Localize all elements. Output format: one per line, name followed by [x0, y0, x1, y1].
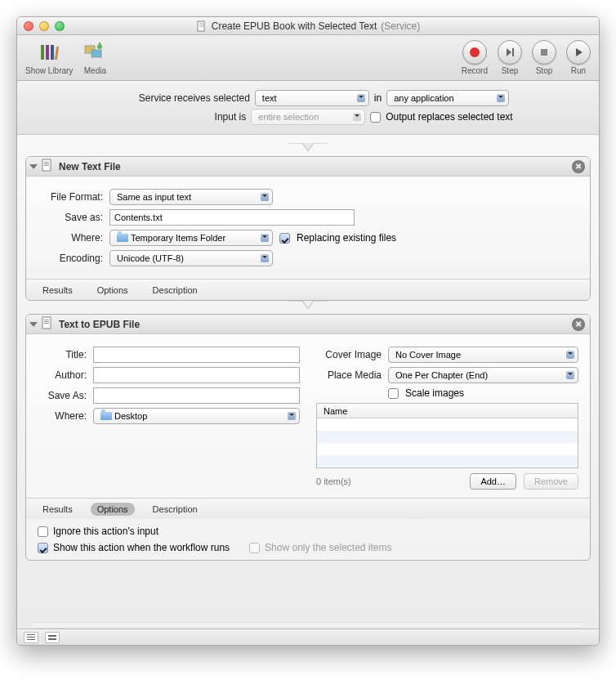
remove-action-button[interactable]: ✕ — [572, 160, 585, 173]
svg-rect-0 — [198, 21, 204, 31]
action1-header: New Text File ✕ — [26, 157, 590, 177]
scale-images-checkbox[interactable] — [388, 388, 399, 399]
record-button[interactable]: Record — [462, 40, 488, 75]
encoding-label: Encoding: — [38, 253, 103, 264]
svg-rect-11 — [99, 42, 100, 47]
service-config: Service receives selected text in any ap… — [17, 81, 599, 135]
show-only-selected-checkbox — [249, 543, 260, 553]
folder-icon — [117, 234, 128, 242]
text-action-icon — [41, 159, 54, 174]
stop-button[interactable]: Stop — [532, 40, 556, 75]
svg-rect-5 — [46, 45, 49, 60]
disclosure-icon[interactable] — [29, 164, 38, 169]
statusbar — [17, 629, 599, 645]
step-label: Step — [502, 66, 519, 75]
step-button[interactable]: Step — [498, 40, 522, 75]
action-text-to-epub: Text to EPUB File ✕ Title: Author: — [25, 314, 591, 561]
in-popup[interactable]: any application — [386, 90, 509, 106]
tab-results[interactable]: Results — [36, 503, 79, 516]
tab-description[interactable]: Description — [146, 284, 204, 297]
toolbar-left: Show Library Media — [25, 40, 107, 75]
svg-rect-7 — [55, 47, 59, 60]
save-as-label: Save As: — [38, 390, 87, 401]
minimize-window-button[interactable] — [39, 21, 49, 31]
svg-rect-9 — [92, 50, 101, 57]
traffic-lights — [24, 21, 65, 31]
show-library-label: Show Library — [25, 66, 73, 75]
connector-notch — [25, 143, 591, 156]
automator-window: Create EPUB Book with Selected Text (Ser… — [16, 16, 600, 646]
run-button[interactable]: Run — [566, 40, 591, 75]
file-format-label: File Format: — [38, 191, 103, 203]
action1-tabs: Results Options Description — [26, 279, 590, 300]
stop-icon — [532, 40, 556, 65]
window-title-text: Create EPUB Book with Selected Text — [212, 20, 377, 32]
show-when-runs-checkbox[interactable] — [38, 543, 48, 553]
media-table[interactable]: Name — [316, 403, 578, 468]
library-icon — [37, 40, 61, 65]
ignore-input-label: Ignore this action's input — [53, 526, 158, 537]
add-button[interactable]: Add… — [470, 473, 516, 490]
remove-action-button[interactable]: ✕ — [572, 318, 585, 331]
where-popup[interactable]: Desktop — [93, 408, 300, 424]
place-media-popup[interactable]: One Per Chapter (End) — [388, 367, 578, 383]
action-new-text-file: New Text File ✕ File Format: Same as inp… — [25, 156, 591, 301]
output-replaces-checkbox[interactable] — [370, 112, 381, 123]
where-label: Where: — [38, 232, 103, 244]
tab-results[interactable]: Results — [36, 284, 79, 297]
title-input[interactable] — [93, 347, 300, 363]
close-window-button[interactable] — [24, 21, 33, 31]
show-library-button[interactable]: Show Library — [25, 40, 73, 75]
author-label: Author: — [38, 369, 87, 381]
zoom-window-button[interactable] — [55, 21, 65, 31]
window-title: Create EPUB Book with Selected Text (Ser… — [17, 20, 599, 32]
encoding-popup[interactable]: Unicode (UTF-8) — [109, 250, 273, 266]
action2-options-pane: Ignore this action's input Show this act… — [26, 519, 590, 560]
table-header-name: Name — [317, 404, 578, 418]
flow-view-button[interactable] — [45, 632, 60, 643]
svg-rect-15 — [541, 49, 547, 56]
svg-rect-22 — [44, 320, 49, 320]
ignore-input-checkbox[interactable] — [38, 526, 48, 537]
show-when-runs-label: Show this action when the workflow runs — [53, 542, 230, 553]
right-column: Cover Image No Cover Image Place Media O… — [316, 342, 578, 490]
save-as-input[interactable] — [93, 387, 300, 404]
svg-rect-24 — [44, 323, 49, 324]
document-icon — [196, 20, 208, 32]
svg-rect-20 — [44, 165, 49, 166]
save-as-input[interactable]: Contents.txt — [109, 209, 355, 226]
disclosure-icon[interactable] — [29, 322, 38, 327]
output-replaces-label: Output replaces selected text — [386, 111, 512, 123]
action2-tabs: Results Options Description — [26, 498, 590, 519]
replacing-label: Replacing existing files — [297, 232, 396, 244]
media-button[interactable]: Media — [83, 40, 107, 75]
action1-body: File Format: Same as input text Save as:… — [26, 177, 590, 279]
media-label: Media — [84, 66, 106, 75]
media-icon — [83, 40, 107, 65]
receives-popup[interactable]: text — [255, 90, 369, 106]
left-column: Title: Author: Save As: Where: — [38, 342, 300, 490]
where-label: Where: — [38, 410, 87, 422]
text-action-icon — [41, 316, 54, 332]
tab-options[interactable]: Options — [91, 503, 135, 516]
cover-image-popup[interactable]: No Cover Image — [388, 347, 578, 363]
table-rows — [317, 418, 578, 469]
run-icon — [566, 40, 591, 65]
svg-rect-2 — [199, 25, 203, 25]
toolbar: Show Library Media Record Step — [17, 35, 599, 81]
horizontal-scrollbar[interactable] — [33, 622, 583, 629]
tab-options[interactable]: Options — [91, 284, 135, 297]
receives-label: Service receives selected — [107, 92, 250, 104]
file-format-popup[interactable]: Same as input text — [109, 189, 273, 205]
scale-images-label: Scale images — [405, 387, 464, 399]
tab-description[interactable]: Description — [146, 503, 204, 516]
list-view-button[interactable] — [24, 632, 38, 643]
in-label: in — [374, 92, 382, 104]
action2-body: Title: Author: Save As: Where: — [26, 334, 590, 498]
author-input[interactable] — [93, 367, 300, 383]
save-as-label: Save as: — [38, 212, 103, 223]
where-popup[interactable]: Temporary Items Folder — [109, 230, 273, 246]
replacing-checkbox[interactable] — [279, 233, 290, 244]
svg-rect-28 — [48, 635, 56, 637]
place-media-label: Place Media — [316, 369, 382, 381]
